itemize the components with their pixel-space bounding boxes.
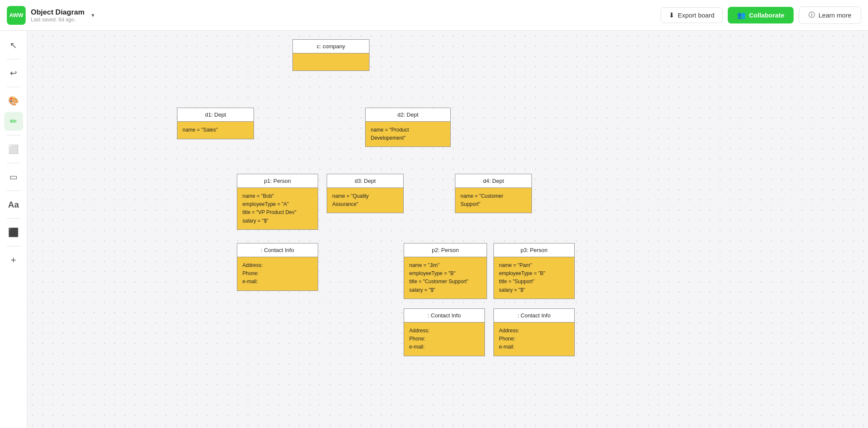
board-subtitle: Last saved: 6d ago. <box>31 17 85 23</box>
uml-body-p2: name = "Jim" employeeType = "B" title = … <box>404 257 487 299</box>
uml-header-p2: p2: Person <box>404 243 487 257</box>
info-icon: ⓘ <box>809 11 815 19</box>
app-logo: AWW <box>7 6 26 25</box>
uml-node-p1[interactable]: p1: Personname = "Bob" employeeType = "A… <box>237 174 318 230</box>
tool-pen[interactable]: ✏ <box>4 112 23 131</box>
connector-d2-d3 <box>365 147 408 174</box>
sidebar-divider-3 <box>7 135 21 135</box>
tool-shape[interactable]: ▭ <box>4 167 23 186</box>
uml-body-p3: name = "Pam" employeeType = "B" title = … <box>494 257 574 299</box>
uml-body-contact2: Address: Phone: e-mail: <box>404 322 484 356</box>
uml-node-d2[interactable]: d2: Deptname = "Product Developement" <box>365 108 451 147</box>
sidebar-divider-5 <box>7 191 21 191</box>
collab-icon: 👥 <box>737 11 746 19</box>
uml-body-p1: name = "Bob" employeeType = "A" title = … <box>237 188 318 229</box>
uml-body-d1: name = "Sales" <box>177 122 254 139</box>
sidebar-divider-7 <box>7 246 21 246</box>
uml-body-company <box>293 53 369 70</box>
connector-d4-p3 <box>493 213 534 243</box>
tool-select[interactable]: ↖ <box>4 36 23 55</box>
uml-header-company: c: company <box>293 40 369 53</box>
title-area: Object Diagram Last saved: 6d ago. <box>31 8 85 23</box>
sidebar-divider-1 <box>7 59 21 59</box>
uml-header-d4: d4: Dept <box>455 174 531 188</box>
connector-d2-p1 <box>278 147 408 174</box>
board-dropdown-button[interactable]: ▾ <box>90 10 96 20</box>
diagram-canvas: c: companyd1: Deptname = "Sales"d2: Dept… <box>27 31 868 428</box>
connector-p2-contact2 <box>444 299 446 308</box>
uml-node-p2[interactable]: p2: Personname = "Jim" employeeType = "B… <box>404 243 487 299</box>
connector-svg <box>27 31 868 428</box>
sidebar-divider-6 <box>7 218 21 219</box>
sidebar-divider-2 <box>7 87 21 87</box>
tool-note[interactable]: ⬛ <box>4 223 23 242</box>
uml-header-p3: p3: Person <box>494 243 574 257</box>
uml-body-d2: name = "Product Developement" <box>366 122 450 147</box>
connector-d4-p2 <box>446 213 494 243</box>
tool-eraser[interactable]: ⬜ <box>4 140 23 158</box>
uml-node-d4[interactable]: d4: Deptname = "Customer Support" <box>455 174 532 213</box>
uml-node-d1[interactable]: d1: Deptname = "Sales" <box>177 108 254 139</box>
uml-body-contact3: Address: Phone: e-mail: <box>494 322 574 356</box>
uml-header-contact3: : Contact Info <box>494 309 574 322</box>
collab-label: Collaborate <box>749 12 785 19</box>
uml-node-company[interactable]: c: company <box>292 39 369 71</box>
tool-text[interactable]: Aa <box>4 195 23 214</box>
uml-node-p3[interactable]: p3: Personname = "Pam" employeeType = "B… <box>493 243 575 299</box>
connector-d2-d4 <box>408 147 493 174</box>
uml-node-contact3[interactable]: : Contact InfoAddress: Phone: e-mail: <box>493 308 575 356</box>
uml-header-contact1: : Contact Info <box>237 243 318 257</box>
uml-header-contact2: : Contact Info <box>404 309 484 322</box>
tool-add[interactable]: + <box>4 251 23 270</box>
sidebar: ↖ ↩ 🎨 ✏ ⬜ ▭ Aa ⬛ + <box>0 31 27 428</box>
sidebar-divider-4 <box>7 163 21 163</box>
board-title: Object Diagram <box>31 8 85 17</box>
uml-header-p1: p1: Person <box>237 174 318 188</box>
tool-undo[interactable]: ↩ <box>4 64 23 82</box>
connector-company-d1 <box>216 71 331 108</box>
header: AWW Object Diagram Last saved: 6d ago. ▾… <box>0 0 868 31</box>
uml-header-d2: d2: Dept <box>366 108 450 122</box>
export-icon: ⬇ <box>669 11 674 19</box>
learn-more-button[interactable]: ⓘ Learn more <box>799 6 861 24</box>
uml-body-d4: name = "Customer Support" <box>455 188 531 213</box>
uml-body-d3: name = "Quality Assurance" <box>327 188 403 213</box>
uml-node-d3[interactable]: d3: Deptname = "Quality Assurance" <box>327 174 404 213</box>
export-label: Export board <box>678 12 714 19</box>
connector-company-d2 <box>331 71 408 108</box>
export-board-button[interactable]: ⬇ Export board <box>661 7 723 23</box>
uml-node-contact1[interactable]: : Contact InfoAddress: Phone: e-mail: <box>237 243 318 291</box>
uml-header-d3: d3: Dept <box>327 174 403 188</box>
uml-node-contact2[interactable]: : Contact InfoAddress: Phone: e-mail: <box>404 308 485 356</box>
uml-body-contact1: Address: Phone: e-mail: <box>237 257 318 290</box>
uml-header-d1: d1: Dept <box>177 108 254 122</box>
paint-icon: 🎨 <box>8 96 19 106</box>
collaborate-button[interactable]: 👥 Collaborate <box>728 7 794 23</box>
tool-paint[interactable]: 🎨 <box>4 91 23 110</box>
learn-more-label: Learn more <box>818 12 851 19</box>
